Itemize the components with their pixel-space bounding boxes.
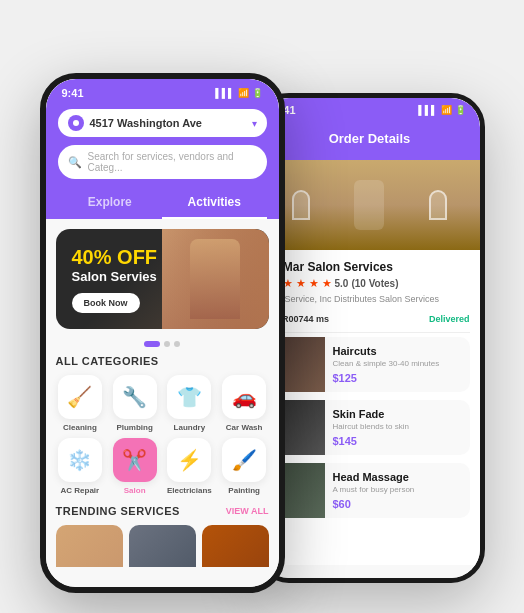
main-content: 40% OFF Salon Servies Book Now ALL CATE [46, 219, 279, 567]
haircuts-desc: Clean & simple 30-40 minutes [333, 359, 462, 368]
address-text: 4517 Washington Ave [90, 117, 246, 129]
location-bar[interactable]: 4517 Washington Ave ▾ [58, 109, 267, 137]
headmassage-info: Head Massage A must for busy person $60 [333, 463, 470, 518]
headmassage-name: Head Massage [333, 471, 462, 483]
book-now-button[interactable]: Book Now [72, 293, 140, 313]
category-salon[interactable]: ✂️ Salon [110, 438, 159, 495]
category-electricians[interactable]: ⚡ Electricians [165, 438, 214, 495]
tabs-container: Explore Activities [46, 179, 279, 219]
trending-title: TRENDING SERVICES [56, 505, 180, 517]
signal-icon: ▌▌▌ [215, 88, 234, 98]
skinfade-desc: Haircut blends to skin [333, 422, 462, 431]
chevron-down-icon: ▾ [252, 118, 257, 129]
dot-3 [174, 341, 180, 347]
tab-activities[interactable]: Activities [162, 187, 267, 219]
acrepair-label: AC Repair [61, 486, 100, 495]
p2-header: Order Details [260, 119, 480, 160]
skinfade-info: Skin Fade Haircut blends to skin $145 [333, 400, 470, 455]
banner-dots [56, 341, 269, 347]
salon-name: el Mar Salon Services [270, 260, 470, 274]
service-item-skinfade[interactable]: Skin Fade Haircut blends to skin $145 [270, 400, 470, 455]
phone1: 9:41 ▌▌▌ 📶 🔋 4517 Washington Ave ▾ 🔍 Sea… [40, 73, 285, 593]
skinfade-name: Skin Fade [333, 408, 462, 420]
divider-1 [270, 332, 470, 333]
view-all-button[interactable]: VIEW ALL [226, 506, 269, 516]
electricians-icon-wrap: ⚡ [167, 438, 211, 482]
trending-cards [56, 525, 269, 567]
location-icon [68, 115, 84, 131]
battery-icon-p2: 🔋 [455, 105, 466, 115]
battery-icon: 🔋 [252, 88, 263, 98]
trending-card-2[interactable] [129, 525, 196, 567]
laundry-label: Laundry [174, 423, 206, 432]
status-icons-phone1: ▌▌▌ 📶 🔋 [215, 88, 262, 98]
headmassage-desc: A must for busy person [333, 485, 462, 494]
search-placeholder: Search for services, vendors and Categ..… [88, 151, 257, 173]
order-row: DER00744 ms Delivered [270, 314, 470, 324]
category-carwash[interactable]: 🚗 Car Wash [220, 375, 269, 432]
category-cleaning[interactable]: 🧹 Cleaning [56, 375, 105, 432]
banner-image [162, 229, 269, 329]
rating-value: 5.0 [335, 278, 349, 289]
chair-shape [354, 180, 384, 230]
haircuts-price: $125 [333, 372, 462, 384]
salon-label: Salon [124, 486, 146, 495]
search-bar[interactable]: 🔍 Search for services, vendors and Categ… [58, 145, 267, 179]
signal-icon-p2: ▌▌▌ [418, 105, 437, 115]
status-icons-phone2: ▌▌▌ 📶 🔋 [418, 105, 465, 115]
salon-visual [260, 160, 480, 250]
painting-label: Painting [228, 486, 260, 495]
promo-banner[interactable]: 40% OFF Salon Servies Book Now [56, 229, 269, 329]
category-laundry[interactable]: 👕 Laundry [165, 375, 214, 432]
service-item-haircuts[interactable]: Haircuts Clean & simple 30-40 minutes $1… [270, 337, 470, 392]
status-bar-phone2: 9:41 ▌▌▌ 📶 🔋 [260, 98, 480, 119]
cleaning-label: Cleaning [63, 423, 97, 432]
category-plumbing[interactable]: 🔧 Plumbing [110, 375, 159, 432]
service-item-headmassage[interactable]: Head Massage A must for busy person $60 [270, 463, 470, 518]
phone2: 9:41 ▌▌▌ 📶 🔋 Order Details [255, 93, 485, 583]
laundry-icon-wrap: 👕 [167, 375, 211, 419]
search-icon: 🔍 [68, 156, 82, 169]
haircuts-info: Haircuts Clean & simple 30-40 minutes $1… [333, 337, 470, 392]
carwash-label: Car Wash [226, 423, 263, 432]
categories-title: ALL CATEGORIES [56, 355, 269, 367]
salon-icon-wrap: ✂️ [113, 438, 157, 482]
p2-content: el Mar Salon Services ★ ★ ★ ★ ★ 5.0 (10 … [260, 250, 480, 565]
delivered-badge: Delivered [429, 314, 470, 324]
cleaning-icon-wrap: 🧹 [58, 375, 102, 419]
star-5: ★ [322, 277, 332, 290]
status-bar-phone1: 9:41 ▌▌▌ 📶 🔋 [46, 79, 279, 103]
discount-text: 40% OFF [72, 246, 158, 269]
votes-text: (10 Votes) [351, 278, 398, 289]
stars-row: ★ ★ ★ ★ ★ 5.0 (10 Votes) [270, 277, 470, 290]
category-painting[interactable]: 🖌️ Painting [220, 438, 269, 495]
wifi-icon-p2: 📶 [441, 105, 452, 115]
salon-description: US Service, Inc Distributes Salon Servic… [270, 294, 470, 304]
painting-icon-wrap: 🖌️ [222, 438, 266, 482]
skinfade-price: $145 [333, 435, 462, 447]
tab-explore[interactable]: Explore [58, 187, 163, 219]
plumbing-icon-wrap: 🔧 [113, 375, 157, 419]
mirror-2 [429, 190, 447, 220]
time-phone1: 9:41 [62, 87, 84, 99]
trending-card-1[interactable] [56, 525, 123, 567]
dot-1 [144, 341, 160, 347]
trending-card-3[interactable] [202, 525, 269, 567]
mirror-1 [292, 190, 310, 220]
banner-title: Salon Servies [72, 269, 158, 284]
header-area: 4517 Washington Ave ▾ 🔍 Search for servi… [46, 103, 279, 179]
salon-hero-image [260, 160, 480, 250]
wifi-icon: 📶 [238, 88, 249, 98]
category-acrepair[interactable]: ❄️ AC Repair [56, 438, 105, 495]
order-details-title: Order Details [272, 127, 468, 150]
trending-header: TRENDING SERVICES VIEW ALL [56, 505, 269, 517]
dot-2 [164, 341, 170, 347]
star-4: ★ [309, 277, 319, 290]
acrepair-icon-wrap: ❄️ [58, 438, 102, 482]
plumbing-label: Plumbing [116, 423, 152, 432]
star-3: ★ [296, 277, 306, 290]
carwash-icon-wrap: 🚗 [222, 375, 266, 419]
electricians-label: Electricians [167, 486, 212, 495]
headmassage-price: $60 [333, 498, 462, 510]
haircuts-name: Haircuts [333, 345, 462, 357]
